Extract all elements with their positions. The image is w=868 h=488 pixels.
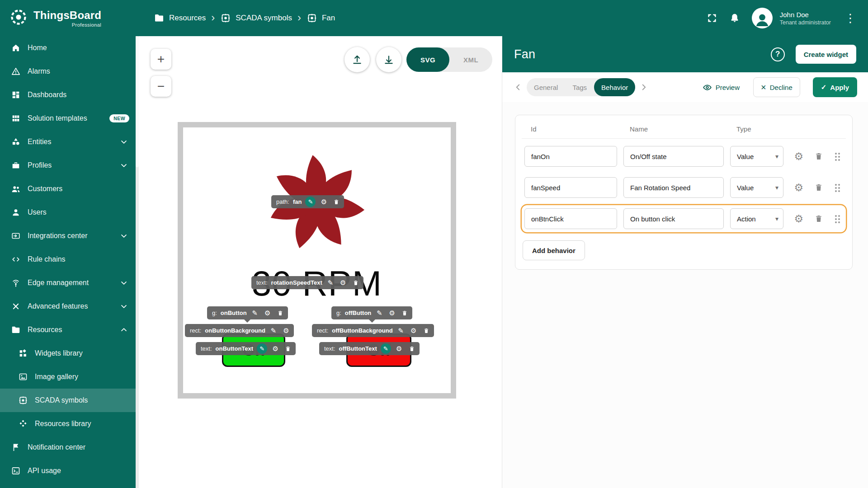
behavior-type-select[interactable]: Value ▾ (730, 146, 783, 167)
tab-general[interactable]: General (527, 78, 565, 96)
edit-icon[interactable]: ✎ (326, 278, 335, 287)
sidebar-item-api-usage[interactable]: API usage (0, 459, 136, 483)
sidebar-item-profiles[interactable]: Profiles (0, 154, 136, 177)
decline-button[interactable]: × Decline (753, 77, 800, 97)
trash-icon[interactable] (400, 309, 409, 318)
edit-icon[interactable]: ✎ (250, 309, 259, 318)
gear-icon[interactable]: ⚙ (282, 326, 291, 335)
sidebar-item-resources[interactable]: Resources (0, 318, 136, 342)
gear-icon[interactable]: ⚙ (395, 344, 404, 353)
sidebar-item-entities[interactable]: Entities (0, 130, 136, 154)
trash-icon[interactable] (814, 183, 823, 192)
sidebar-item-solution-templates[interactable]: Solution templates NEW (0, 107, 136, 130)
sidebar-item-rule-chains[interactable]: Rule chains (0, 248, 136, 271)
breadcrumb-fan[interactable]: Fan (307, 13, 335, 23)
behavior-id-input[interactable] (524, 208, 617, 229)
sidebar-item-dashboards[interactable]: Dashboards (0, 83, 136, 107)
sidebar-scrollbar[interactable] (136, 36, 139, 488)
gear-icon[interactable]: ⚙ (339, 278, 348, 287)
sidebar-item-alarms[interactable]: Alarms (0, 60, 136, 83)
download-button[interactable] (376, 47, 401, 72)
home-icon (11, 43, 21, 53)
sidebar-item-label: Dashboards (28, 91, 66, 99)
sidebar-item-customers[interactable]: Customers (0, 177, 136, 201)
toggle-svg[interactable]: SVG (406, 47, 449, 72)
trash-icon[interactable] (276, 309, 285, 318)
drag-handle[interactable] (835, 215, 837, 217)
gear-icon[interactable]: ⚙ (794, 183, 803, 193)
sidebar-item-edge-management[interactable]: Edge management (0, 271, 136, 295)
breadcrumb-scada-symbols[interactable]: SCADA symbols (220, 13, 292, 23)
gear-icon[interactable]: ⚙ (409, 326, 418, 335)
tabs-scroll-right-icon[interactable] (639, 82, 649, 92)
sidebar-item-label: Resources (28, 326, 62, 334)
sidebar-item-users[interactable]: Users (0, 201, 136, 224)
gear-icon[interactable]: ⚙ (263, 309, 272, 318)
element-chip-on-button-background: rect: onButtonBackground ✎ ⚙ (185, 324, 294, 337)
help-icon[interactable]: ? (771, 47, 785, 61)
element-chip-off-button-group: g: offButton ✎ ⚙ (331, 306, 412, 319)
sidebar-item-advanced-features[interactable]: Advanced features (0, 295, 136, 318)
table-header: Id Name Type (522, 121, 846, 139)
sidebar-item-scada-symbols[interactable]: SCADA symbols (0, 389, 136, 412)
toggle-xml[interactable]: XML (449, 47, 492, 72)
download-icon (383, 54, 395, 66)
trash-icon[interactable] (814, 152, 823, 161)
edit-icon[interactable]: ✎ (257, 343, 267, 354)
kebab-menu-icon[interactable]: ⋮ (843, 12, 858, 24)
create-widget-button[interactable]: Create widget (796, 45, 856, 64)
apply-button[interactable]: ✓ Apply (813, 77, 857, 97)
sidebar-item-image-gallery[interactable]: Image gallery (0, 365, 136, 389)
upload-button[interactable] (344, 47, 370, 72)
trash-icon[interactable] (351, 278, 360, 287)
behavior-name-input[interactable] (623, 177, 724, 198)
edit-icon[interactable]: ✎ (305, 197, 316, 207)
trash-icon[interactable] (332, 197, 341, 206)
add-behavior-button[interactable]: Add behavior (523, 240, 585, 260)
sidebar-item-notification-center[interactable]: Notification center (0, 436, 136, 459)
gear-icon[interactable]: ⚙ (794, 151, 803, 162)
gear-icon[interactable]: ⚙ (271, 344, 280, 353)
tab-behavior[interactable]: Behavior (594, 78, 635, 96)
behavior-type-select[interactable]: Value ▾ (730, 177, 783, 198)
behavior-id-input[interactable] (524, 146, 617, 167)
bell-icon[interactable] (729, 13, 740, 23)
preview-button[interactable]: Preview (703, 83, 740, 92)
sidebar-item-widgets-library[interactable]: Widgets library (0, 342, 136, 365)
dashboards-icon (11, 90, 21, 100)
edit-icon[interactable]: ✎ (375, 309, 384, 318)
zoom-out-button[interactable]: − (151, 76, 171, 97)
gear-icon[interactable]: ⚙ (794, 214, 803, 224)
tabs-scroll-left-icon[interactable] (513, 82, 523, 92)
trash-icon[interactable] (407, 344, 416, 353)
fullscreen-icon[interactable] (707, 13, 717, 23)
zoom-in-button[interactable]: + (151, 49, 171, 70)
breadcrumb-resources[interactable]: Resources (154, 13, 206, 23)
behavior-name-input[interactable] (623, 208, 724, 229)
element-chip-off-button-text: text: offButtonText ✎ ⚙ (319, 342, 420, 355)
trash-icon[interactable] (422, 326, 431, 335)
gear-icon[interactable]: ⚙ (387, 309, 396, 318)
gear-icon[interactable]: ⚙ (319, 197, 328, 206)
sidebar-item-resources-library[interactable]: Resources library (0, 412, 136, 436)
sidebar-scrollbar-thumb[interactable] (136, 36, 139, 167)
behavior-type-select[interactable]: Action ▾ (730, 208, 783, 229)
sidebar-item-home[interactable]: Home (0, 36, 136, 60)
user-name: John Doe (780, 11, 831, 19)
app-root: ThingsBoard Professional Home Alarms Das… (0, 0, 868, 488)
behavior-name-input[interactable] (623, 146, 724, 167)
edit-icon[interactable]: ✎ (381, 343, 391, 354)
sidebar-item-label: Users (28, 208, 47, 216)
trash-icon[interactable] (283, 344, 292, 353)
brand-logo[interactable]: ThingsBoard Professional (0, 0, 136, 36)
sidebar-item-white-labeling[interactable]: White labeling (0, 483, 136, 488)
tab-tags[interactable]: Tags (565, 78, 594, 96)
drag-handle[interactable] (835, 184, 837, 186)
edit-icon[interactable]: ✎ (269, 326, 278, 335)
trash-icon[interactable] (814, 214, 823, 223)
edit-icon[interactable]: ✎ (396, 326, 406, 335)
sidebar-item-integrations-center[interactable]: Integrations center (0, 224, 136, 248)
avatar[interactable] (752, 8, 773, 28)
behavior-id-input[interactable] (524, 177, 617, 198)
drag-handle[interactable] (835, 153, 837, 155)
